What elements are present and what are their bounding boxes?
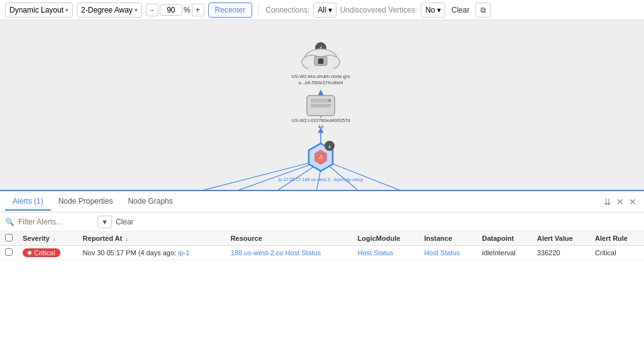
connections-dropdown[interactable]: All ▾ [313,3,336,18]
topology-svg: 4 ⬛ US-W2:eks-shubh-node-gro u...b6-580e… [0,20,644,190]
graph-area[interactable]: 4 ⬛ US-W2:eks-shubh-node-gro u...b6-580e… [0,20,644,190]
svg-text:ip-10-55-27-188.us-west-2-  -t: ip-10-55-27-188.us-west-2- -topology-set… [279,177,364,182]
layout-chevron-icon: ▾ [65,7,69,13]
svg-rect-25 [311,99,331,102]
detach-panel-button[interactable]: ✕ [614,197,626,207]
filter-alerts-input[interactable] [18,218,94,226]
col-alert-rule: Alert Rule [590,231,644,246]
external-link-icon: ⧉ [480,6,486,14]
logic-module-link1[interactable]: 188.us-west-2.co [231,249,284,257]
col-instance: Instance [419,231,477,246]
row-checkbox[interactable] [5,248,13,256]
svg-point-27 [328,99,331,102]
filter-dropdown-button[interactable]: ▼ [97,216,112,228]
instance-value-link[interactable]: Host Status [424,249,460,257]
severity-dot [28,251,31,255]
close-panel-button[interactable]: ✕ [626,197,639,207]
layout-label: Dynamic Layout [9,6,64,14]
col-alert-value: Alert Value [532,231,590,246]
tab-node-properties[interactable]: Node Properties [51,193,121,211]
collapse-panel-button[interactable]: ⇊ [601,197,614,207]
degree-chevron-icon: ▾ [135,7,138,13]
undiscovered-label: Undiscovered Vertices: [340,6,418,14]
toolbar: Dynamic Layout ▾ 2-Degree Away ▾ - % + R… [0,0,644,20]
severity-badge: Critical [23,248,60,257]
separator [258,4,259,16]
row-logic-module-cell[interactable]: Host Status [352,246,419,260]
row-alert-value-cell: 336220 [532,246,590,260]
clear-button[interactable]: Clear [449,4,472,16]
undiscovered-dropdown[interactable]: No ▾ [421,3,445,18]
col-checkbox [0,231,18,246]
filter-bar: 🔍 ▼ Clear [0,213,644,231]
zoom-minus-button[interactable]: - [146,4,158,16]
zoom-input[interactable] [160,4,182,16]
resource-link[interactable]: ip-1 [178,249,189,257]
degree-label: 2-Degree Away [81,6,133,14]
zoom-percent-label: % [184,6,191,14]
col-logic-module: LogicModule [352,231,419,246]
tabs-bar: Alerts (1) Node Properties Node Graphs ⇊… [0,191,644,213]
svg-text:4: 4 [328,145,331,149]
table-row: Critical Nov 30 05:17 PM (4 days ago: ip… [0,246,644,260]
col-datapoint: Datapoint [477,231,532,246]
connections-value: All [318,6,326,14]
col-reported-at[interactable]: Reported At ↓ [78,231,226,246]
severity-sort-icon: ↓ [53,236,56,242]
row-resource-cell[interactable]: 188.us-west-2.co Host Status [226,246,353,260]
filter-icon: ▼ [101,218,108,226]
severity-label: Critical [34,249,55,257]
instance-link[interactable]: Host Status [357,249,393,257]
bottom-panel: Alerts (1) Node Properties Node Graphs ⇊… [0,190,644,337]
zoom-plus-button[interactable]: + [192,4,204,16]
row-instance-cell: Host Status [419,246,477,260]
svg-text:⚠: ⚠ [318,154,323,160]
tab-node-graphs[interactable]: Node Graphs [120,193,180,211]
row-severity-cell: Critical [18,246,78,260]
undiscovered-chevron-icon: ▾ [437,6,441,14]
svg-text:⬛: ⬛ [318,58,324,64]
svg-text:u...b6-580e374cdbd4: u...b6-580e374cdbd4 [299,80,343,86]
tab-alerts[interactable]: Alerts (1) [5,193,51,211]
zoom-control: - % + [146,4,204,16]
search-icon: 🔍 [5,218,14,226]
row-alert-rule-cell: Critical [590,246,644,260]
alerts-table[interactable]: Severity ↓ Reported At ↓ Resource LogicM… [0,231,644,337]
row-checkbox-cell[interactable] [0,246,18,260]
host-status-link1[interactable]: Host Status [285,249,321,257]
row-datapoint-cell: idleInterval [477,246,532,260]
undiscovered-value: No [425,6,435,14]
svg-text:US-W2:i-010780ed406357d: US-W2:i-010780ed406357d [292,118,350,123]
table-header-row: Severity ↓ Reported At ↓ Resource LogicM… [0,231,644,246]
col-severity[interactable]: Severity ↓ [18,231,78,246]
external-link-button[interactable]: ⧉ [475,3,491,18]
recenter-button[interactable]: Recenter [208,3,253,18]
select-all-checkbox[interactable] [5,234,13,241]
reported-at-text: Nov 30 05:17 PM (4 days ago: [83,249,177,257]
svg-text:4d: 4d [318,124,323,130]
svg-text:US-W2:eks-shubh-node-gro: US-W2:eks-shubh-node-gro [291,74,350,79]
layout-dropdown[interactable]: Dynamic Layout ▾ [5,3,73,18]
row-reported-at-cell: Nov 30 05:17 PM (4 days ago: ip-1 [78,246,226,260]
filter-clear-button[interactable]: Clear [116,218,134,226]
connections-chevron-icon: ▾ [328,6,332,14]
svg-rect-26 [311,104,331,108]
col-resource: Resource [226,231,353,246]
connections-label: Connections: [265,6,309,14]
reported-at-sort-icon: ↓ [125,236,128,242]
degree-dropdown[interactable]: 2-Degree Away ▾ [77,3,142,18]
svg-rect-19 [308,66,333,74]
